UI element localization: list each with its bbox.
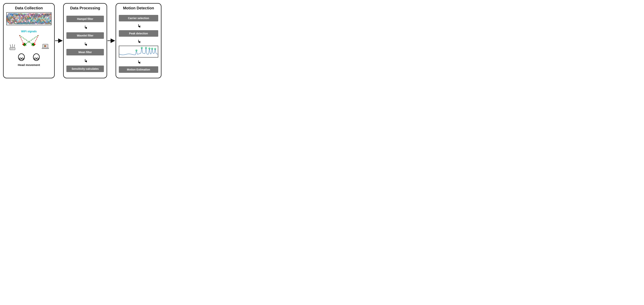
main-diagram: Data Collection WiFi signals [3, 3, 169, 78]
svg-point-21 [33, 54, 40, 61]
head-icons-row [17, 53, 41, 62]
step-peak: Peak detection [119, 30, 158, 37]
laptop-icon [41, 43, 50, 52]
detection-stack: Carrier selection Peak detection Motion … [119, 12, 158, 75]
down-arrow-5 [137, 39, 140, 43]
step-motion: Motion Estimation [119, 66, 158, 73]
motion-detection-panel: Motion Detection Carrier selection Peak … [116, 3, 162, 78]
arrow-right-2 [107, 38, 116, 43]
connector-2 [107, 3, 116, 78]
filter-hampel: Hampel filter [66, 16, 104, 22]
wifi-label: WiFi signals [21, 30, 37, 33]
svg-line-6 [19, 35, 24, 45]
svg-point-2 [12, 48, 13, 49]
connector-1 [55, 3, 63, 78]
wifi-arrows [16, 33, 42, 48]
data-collection-panel: Data Collection WiFi signals [3, 3, 55, 78]
signal-image [6, 12, 52, 25]
wifi-area: WiFi signals [6, 28, 52, 75]
down-arrow-2 [84, 42, 87, 46]
svg-point-18 [18, 54, 24, 61]
filter-stack: Hampel filter Wavelet filter Mean filter… [66, 12, 104, 75]
head-label: Head movement [18, 63, 40, 66]
filter-sensitivity: Sensitivity calculates [66, 65, 104, 72]
svg-point-1 [10, 48, 11, 49]
svg-point-19 [19, 58, 21, 59]
down-arrow-1 [84, 25, 87, 29]
down-arrow-4 [137, 24, 140, 27]
svg-point-20 [22, 58, 24, 59]
data-processing-panel: Data Processing Hampel filter Wavelet fi… [63, 3, 107, 78]
step-carrier: Carrier selection [119, 15, 158, 21]
head-left-icon [17, 53, 26, 62]
svg-line-3 [10, 44, 11, 47]
svg-rect-17 [42, 48, 49, 49]
collection-title: Data Collection [6, 6, 52, 10]
processing-title: Data Processing [66, 6, 104, 10]
filter-mean: Mean filter [66, 49, 104, 55]
arrow-right-1 [55, 38, 63, 43]
down-arrow-3 [84, 59, 87, 62]
device-icons-row [6, 43, 52, 52]
detection-title: Motion Detection [119, 6, 158, 10]
filter-wavelet: Wavelet filter [66, 32, 104, 39]
svg-point-22 [34, 58, 36, 59]
down-arrow-6 [137, 60, 140, 64]
svg-point-23 [36, 58, 38, 59]
peak-chart [119, 46, 158, 57]
head-right-icon [32, 53, 41, 62]
svg-line-7 [34, 35, 38, 45]
svg-line-5 [14, 44, 15, 47]
